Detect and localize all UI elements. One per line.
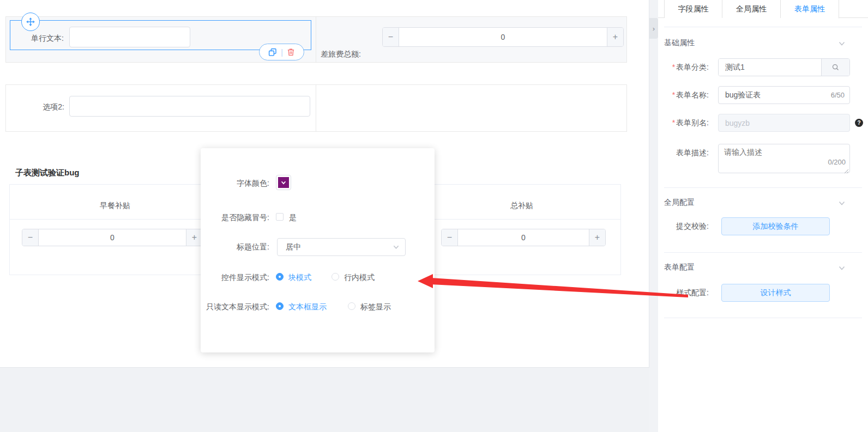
- plus-icon[interactable]: +: [186, 229, 202, 246]
- section-title-global: 全局配置: [664, 198, 695, 208]
- form-category-input[interactable]: [719, 59, 821, 76]
- radio-block-mode[interactable]: [276, 273, 284, 281]
- readonly-display-mode-label: 只读文本显示模式:: [201, 302, 269, 312]
- chevron-down-icon: [393, 244, 400, 251]
- radio-label-display-label[interactable]: 标签显示: [360, 302, 391, 312]
- panel-collapse-handle[interactable]: ›: [649, 18, 658, 39]
- form-description-row: 表单描述: 0/200: [658, 144, 868, 173]
- help-icon[interactable]: ?: [855, 119, 863, 127]
- radio-block-mode-label[interactable]: 块模式: [288, 273, 311, 283]
- hide-colon-option-label[interactable]: 是: [289, 213, 297, 223]
- font-color-label: 字体颜色:: [201, 179, 269, 188]
- char-counter: 0/200: [828, 158, 846, 166]
- radio-textbox-display[interactable]: [276, 302, 284, 310]
- properties-panel: 字段属性 全局属性 表单属性 基础属性 *表单分类: *表单名称: 6/50 *…: [658, 0, 868, 432]
- move-icon: [26, 17, 35, 27]
- title-position-value: 居中: [286, 242, 301, 252]
- subtable-title: 子表测试验证bug: [15, 168, 80, 178]
- chevron-right-icon: ›: [653, 25, 655, 33]
- section-divider: [664, 252, 862, 253]
- travel-total-stepper: − 0 +: [382, 27, 624, 47]
- breakfast-allowance-stepper: − 0 +: [22, 229, 203, 246]
- font-color-swatch: [278, 177, 289, 188]
- style-config-label: 样式配置:: [676, 288, 709, 297]
- form-description-label: 表单描述:: [676, 148, 709, 157]
- form-name-input[interactable]: [718, 86, 850, 104]
- font-color-picker[interactable]: [276, 175, 291, 190]
- minus-icon[interactable]: −: [383, 28, 399, 46]
- single-line-text-input[interactable]: [69, 27, 190, 47]
- minus-icon[interactable]: −: [22, 229, 39, 246]
- canvas-background: [0, 368, 649, 432]
- properties-tabs: 字段属性 全局属性 表单属性: [658, 0, 868, 18]
- radio-inline-mode-label[interactable]: 行内模式: [344, 273, 375, 283]
- single-line-text-label: 单行文本:: [10, 34, 64, 44]
- form-alias-input: [718, 114, 850, 132]
- plus-icon[interactable]: +: [607, 28, 623, 46]
- chevron-down-icon: [280, 179, 287, 186]
- section-title-form-config: 表单配置: [664, 263, 695, 272]
- search-button[interactable]: [821, 59, 849, 76]
- form-name-label: 表单名称:: [676, 90, 709, 99]
- tab-form-properties[interactable]: 表单属性: [781, 0, 839, 19]
- radio-label-display[interactable]: [348, 302, 355, 310]
- section-divider: [664, 318, 862, 318]
- total-allowance-stepper: − 0 +: [441, 229, 606, 246]
- required-mark: *: [672, 63, 675, 71]
- drag-move-handle[interactable]: [21, 13, 40, 31]
- trash-icon[interactable]: [287, 48, 295, 56]
- hide-colon-label: 是否隐藏冒号:: [201, 213, 269, 223]
- required-mark: *: [672, 90, 675, 99]
- travel-total-label: 差旅费总额:: [308, 50, 361, 59]
- resize-handle-icon[interactable]: [844, 169, 849, 174]
- hide-colon-checkbox[interactable]: [276, 213, 284, 221]
- title-position-label: 标题位置:: [201, 242, 269, 252]
- style-config-row: 样式配置: 设计样式: [658, 284, 868, 302]
- design-style-button[interactable]: 设计样式: [721, 284, 830, 302]
- breakfast-allowance-value[interactable]: 0: [39, 229, 186, 246]
- copy-icon[interactable]: [268, 48, 277, 57]
- form-row-2[interactable]: 选项2:: [5, 84, 627, 132]
- form-alias-label: 表单别名:: [676, 118, 709, 127]
- option2-label: 选项2:: [11, 102, 64, 112]
- travel-total-value[interactable]: 0: [399, 28, 607, 46]
- style-settings-popup: 字体颜色: 是否隐藏冒号: 是 标题位置: 居中 控件显示模式: 块模式 行内模…: [201, 148, 435, 352]
- form-row-1: 单行文本: | 差旅费总额: − 0 +: [5, 16, 627, 63]
- submit-validation-label: 提交校验:: [676, 222, 709, 230]
- total-allowance-value[interactable]: 0: [458, 229, 589, 246]
- tab-global-properties[interactable]: 全局属性: [722, 0, 781, 18]
- minus-icon[interactable]: −: [442, 229, 458, 246]
- section-title-basic: 基础属性: [664, 38, 695, 48]
- form-category-input-group: [718, 58, 850, 76]
- add-validation-button[interactable]: 添加校验条件: [721, 217, 830, 235]
- row-divider: [316, 85, 316, 131]
- field-actions-toolbar: |: [259, 44, 304, 60]
- submit-validation-row: 提交校验: 添加校验条件: [658, 217, 868, 235]
- tab-field-properties[interactable]: 字段属性: [664, 0, 722, 18]
- panel-gutter: ›: [649, 0, 658, 432]
- form-category-row: *表单分类:: [658, 58, 868, 76]
- char-counter: 6/50: [831, 91, 845, 99]
- radio-textbox-display-label[interactable]: 文本框显示: [288, 302, 327, 312]
- chevron-down-icon[interactable]: [838, 264, 846, 272]
- search-icon: [831, 63, 840, 71]
- required-mark: *: [672, 118, 675, 127]
- radio-inline-mode[interactable]: [331, 273, 339, 281]
- chevron-down-icon[interactable]: [838, 40, 846, 47]
- section-divider: [664, 187, 862, 188]
- subtable-col2-header: 总补贴: [449, 201, 594, 211]
- section-divider: [664, 27, 862, 27]
- form-category-label: 表单分类:: [676, 63, 709, 71]
- toolbar-divider: |: [281, 48, 283, 57]
- plus-icon[interactable]: +: [589, 229, 605, 246]
- form-name-row: *表单名称: 6/50: [658, 86, 868, 104]
- control-display-mode-label: 控件显示模式:: [201, 273, 269, 283]
- chevron-down-icon[interactable]: [838, 199, 846, 207]
- title-position-select[interactable]: 居中: [277, 238, 406, 256]
- subtable-col1-header: 早餐补贴: [43, 201, 188, 211]
- option2-input[interactable]: [69, 96, 310, 117]
- form-alias-row: *表单别名: ?: [658, 114, 868, 132]
